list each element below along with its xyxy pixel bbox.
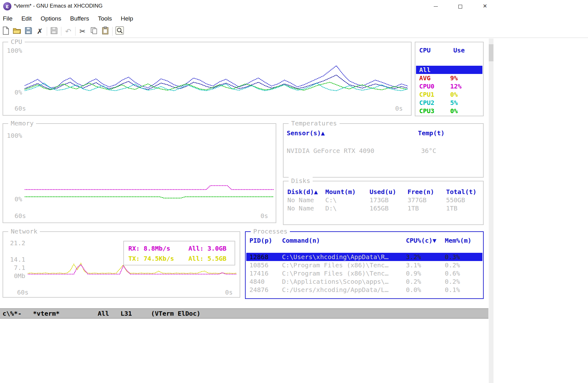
menu-buffers[interactable]: Buffers	[66, 15, 94, 22]
process-command: C:\Users\xhcoding\AppData\R…	[282, 253, 406, 261]
cpu-legend-row-cpu2[interactable]: CPU2 5%	[416, 99, 482, 107]
network-tx-rate: TX: 74.5Kb/s	[124, 253, 188, 264]
cpu-y-max-label: 100%	[4, 46, 22, 55]
process-mem: 0.3%	[445, 253, 482, 261]
menu-options[interactable]: Options	[36, 15, 65, 22]
echo-area[interactable]	[0, 319, 488, 383]
legend-label: CPU0	[416, 82, 450, 90]
disks-table: Disk(d)▲ Mount(m) Used(u) Free(n) Total(…	[284, 188, 482, 212]
processes-header-pid[interactable]: PID(p)	[249, 236, 282, 245]
menu-tools[interactable]: Tools	[94, 15, 116, 22]
processes-header-command[interactable]: Command(n)	[282, 236, 406, 245]
process-command: C:\Program Files (x86)\Tenc…	[282, 261, 406, 269]
paste-button[interactable]	[100, 26, 111, 37]
menu-edit[interactable]: Edit	[17, 15, 36, 22]
kill-buffer-button[interactable]: ✗	[34, 26, 46, 37]
legend-value: 5%	[450, 99, 458, 107]
process-command: C:\Program Files (x86)\Tenc…	[282, 269, 406, 277]
cpu-legend-row-cpu0[interactable]: CPU0 12%	[416, 82, 482, 90]
cpu-x-right-label: 0s	[395, 104, 403, 112]
maximize-button[interactable]	[453, 0, 468, 13]
disks-panel-title: Disks	[289, 177, 313, 185]
network-info-box: RX: 8.8Mb/s All: 3.0GB TX: 74.5Kb/s All:…	[123, 241, 235, 265]
process-row[interactable]: 10856 C:\Program Files (x86)\Tenc… 3.1% …	[246, 261, 482, 269]
network-rx-total: All: 3.0GB	[188, 243, 226, 253]
legend-label: AVG	[416, 74, 450, 82]
disks-panel: Disks Disk(d)▲ Mount(m) Used(u) Free(n) …	[283, 181, 484, 225]
close-x-icon: ✗	[37, 27, 43, 35]
disk-free: 1TB	[407, 204, 446, 212]
process-mem: 0.6%	[445, 269, 482, 277]
close-button[interactable]: ✕	[478, 0, 492, 13]
network-rx-rate: RX: 8.8Mb/s	[124, 243, 188, 253]
copy-icon	[90, 27, 98, 36]
disk-name[interactable]: No Name	[287, 204, 325, 212]
cpu-panel-title: CPU	[8, 38, 25, 46]
process-row[interactable]: 12868 C:\Users\xhcoding\AppData\R… 3.2% …	[246, 253, 482, 261]
process-row[interactable]: 17416 C:\Program Files (x86)\Tenc… 0.9% …	[246, 269, 482, 277]
disk-used: 173GB	[370, 196, 407, 204]
temps-header-temp: Temp(t)	[418, 129, 444, 137]
cpu-legend-header-use: Use	[453, 46, 465, 54]
cpu-legend-panel: CPU Use All AVG 9% CPU0 12% CPU1 0% CPU2…	[415, 42, 484, 116]
process-pid: 17416	[249, 269, 282, 277]
cpu-legend-row-cpu3[interactable]: CPU3 0%	[416, 107, 482, 115]
isearch-button[interactable]	[114, 26, 125, 37]
scrollbar-thumb[interactable]	[489, 44, 493, 61]
save-icon	[25, 27, 32, 36]
processes-header-mem[interactable]: Mem%(m)	[445, 236, 482, 245]
disk-mount: C:\	[325, 196, 370, 204]
save-as-button[interactable]	[48, 26, 60, 37]
disks-header-total: Total(t)	[446, 188, 482, 196]
memory-y-min-label: 0%	[4, 195, 22, 203]
legend-label: CPU3	[416, 107, 450, 115]
process-row[interactable]: 4840 D:\Applications\Scoop\apps\… 0.2% 0…	[246, 277, 482, 286]
disk-free: 377GB	[407, 196, 446, 204]
search-icon	[115, 26, 124, 36]
cpu-legend-row-all[interactable]: All	[416, 66, 482, 74]
process-pid: 12868	[249, 253, 282, 261]
disk-used: 165GB	[370, 204, 407, 212]
minimize-button[interactable]	[428, 0, 443, 13]
memory-chart	[25, 133, 274, 200]
vterm-buffer[interactable]: CPU 100% 0% 60s 0s CPU Use All AVG 9% CP…	[0, 39, 488, 308]
processes-header-row: PID(p) Command(n) CPU%(c)▼ Mem%(m)	[246, 236, 482, 245]
processes-header-cpu[interactable]: CPU%(c)▼	[406, 236, 445, 245]
process-cpu: 3.1%	[406, 261, 445, 269]
legend-label: CPU1	[416, 90, 450, 99]
cut-button[interactable]: ✂	[77, 26, 88, 37]
network-tx-total: All: 5.5GB	[188, 253, 226, 264]
legend-label: All	[416, 66, 450, 74]
emacs-logo-icon: ε	[3, 2, 11, 10]
memory-panel-title: Memory	[8, 119, 36, 127]
menu-help[interactable]: Help	[116, 15, 138, 22]
sensor-temp: 36°C	[421, 147, 436, 155]
process-pid: 10856	[249, 261, 282, 269]
title-bar: ε *vterm* - GNU Emacs at XHCODING ✕	[0, 0, 588, 13]
scrollbar[interactable]	[489, 39, 493, 383]
cpu-legend-row-avg[interactable]: AVG 9%	[416, 74, 482, 82]
network-y-label-1: 21.2	[6, 239, 25, 247]
new-file-icon	[2, 27, 9, 36]
disk-name[interactable]: No Name	[287, 196, 325, 204]
open-file-button[interactable]	[11, 26, 23, 37]
legend-value: 0%	[450, 90, 458, 99]
process-row[interactable]: 24876 C:/Users/xhcoding/AppData/L… 0.0% …	[246, 286, 482, 294]
disks-header-free: Free(n)	[407, 188, 446, 196]
cpu-legend-row-cpu1[interactable]: CPU1 0%	[416, 90, 482, 99]
menu-file[interactable]: File	[0, 15, 17, 22]
window-title: *vterm* - GNU Emacs at XHCODING	[14, 3, 103, 9]
memory-panel: Memory 100% 0% 60s 0s	[3, 123, 276, 223]
scissors-icon: ✂	[79, 27, 85, 35]
network-y-label-4: 0Mb	[6, 272, 25, 280]
memory-x-left-label: 60s	[15, 212, 26, 220]
copy-button[interactable]	[88, 26, 100, 37]
cpu-legend-rows: All AVG 9% CPU0 12% CPU1 0% CPU2 5% CPU3	[416, 66, 482, 115]
save-buffer-button[interactable]	[23, 26, 34, 37]
undo-button[interactable]: ↶	[63, 26, 74, 37]
network-y-label-3: 7.1	[6, 264, 25, 272]
mode-line[interactable]: c\%*- *vterm* All L31 (VTerm ElDoc)	[0, 308, 488, 319]
legend-label: CPU2	[416, 99, 450, 107]
new-file-button[interactable]	[0, 26, 11, 37]
temperatures-panel: Temperatures Sensor(s)▲ Temp(t) NVIDIA G…	[283, 123, 484, 178]
